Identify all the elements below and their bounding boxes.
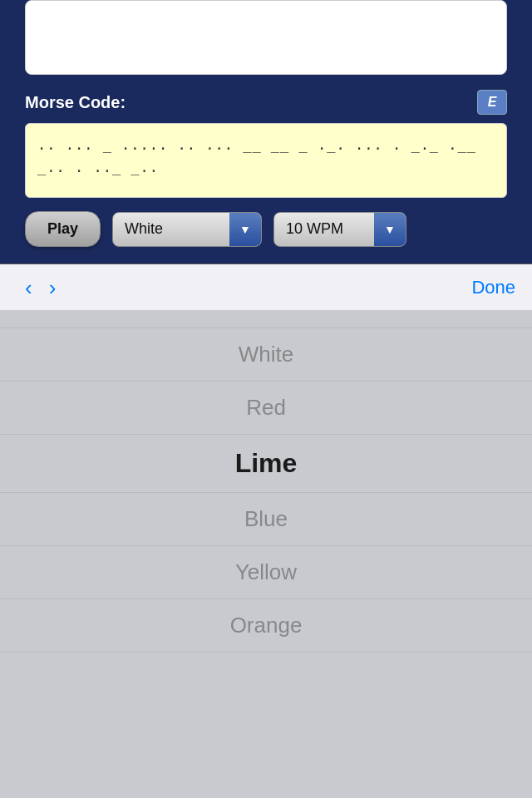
picker-item-lime[interactable]: Lime — [0, 435, 532, 493]
play-button[interactable]: Play — [25, 211, 101, 247]
picker-item-white[interactable]: White — [0, 328, 532, 382]
top-section: Morse Code: E .. ... _ ..... .. ... __ _… — [0, 0, 532, 264]
nav-bar: ‹ › Done — [0, 264, 532, 311]
controls-row: Play White ▼ 10 WPM ▼ — [25, 211, 507, 247]
morse-code-label: Morse Code: — [25, 93, 126, 112]
edit-icon[interactable]: E — [477, 90, 507, 115]
nav-done-button[interactable]: Done — [471, 277, 515, 298]
color-dropdown-value: White — [113, 220, 229, 238]
text-display-area — [25, 0, 507, 75]
picker-item-orange[interactable]: Orange — [0, 599, 532, 653]
nav-back-button[interactable]: ‹ — [17, 277, 41, 298]
morse-display: .. ... _ ..... .. ... __ __ _ ._. ... . … — [25, 123, 507, 198]
wpm-dropdown[interactable]: 10 WPM ▼ — [273, 212, 406, 247]
picker-item-blue[interactable]: Blue — [0, 493, 532, 546]
nav-forward-button[interactable]: › — [41, 277, 65, 298]
color-dropdown[interactable]: White ▼ — [112, 212, 262, 247]
picker-item-yellow[interactable]: Yellow — [0, 546, 532, 599]
morse-label-row: Morse Code: E — [25, 90, 507, 115]
picker-section: WhiteRedLimeBlueYellowOrange — [0, 311, 532, 653]
color-dropdown-arrow: ▼ — [229, 213, 261, 246]
picker-item-red[interactable]: Red — [0, 382, 532, 435]
wpm-dropdown-arrow: ▼ — [374, 213, 406, 246]
wpm-dropdown-value: 10 WPM — [274, 220, 374, 238]
